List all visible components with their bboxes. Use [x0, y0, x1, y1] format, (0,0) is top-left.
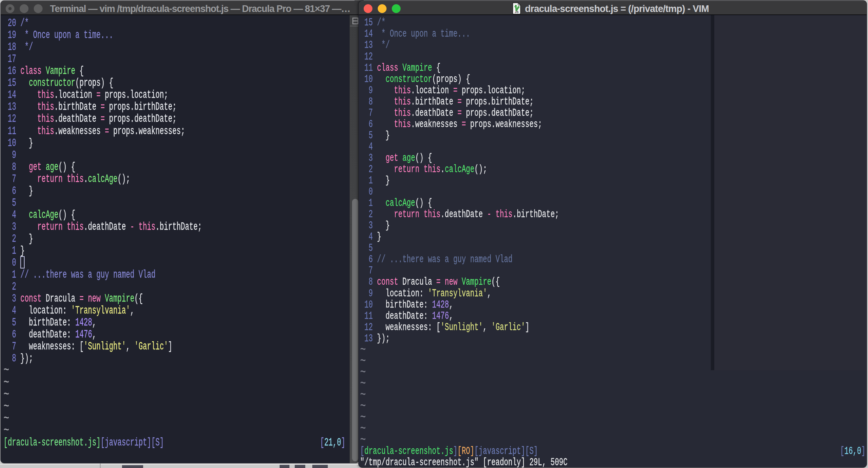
svg-text:JS: JS	[515, 10, 518, 14]
